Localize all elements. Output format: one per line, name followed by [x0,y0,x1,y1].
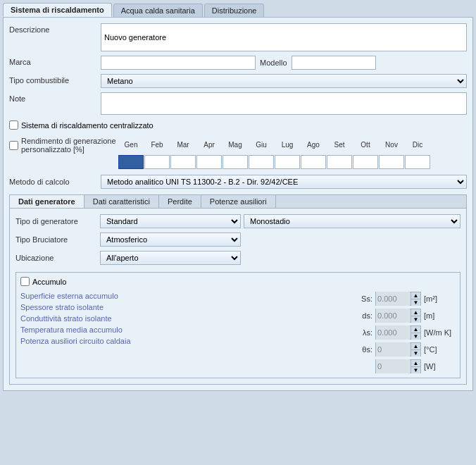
inner-tab-dati-generatore[interactable]: Dati generatore [10,195,84,208]
acc-spinner-buttons-ds: ▲ ▼ [411,309,420,322]
acc-key-lambdas: λs: [353,328,372,337]
tipo-combustibile-row: Tipo combustibile Metano [9,74,467,88]
acc-spin-up-ds[interactable]: ▲ [411,309,420,316]
inner-tab-bar: Dati generatore Dati caratteristici Perd… [10,195,466,209]
acc-row-lambdas: λs: ▲ ▼ [W/m K] [353,326,456,340]
note-textarea[interactable] [101,92,467,115]
month-header-feb: Feb [144,141,170,149]
tipo-generatore-select2[interactable]: Monostadio [244,214,461,228]
tipo-generatore-row: Tipo di generatore Standard Monostadio [15,214,461,228]
month-input-dic[interactable] [405,155,430,169]
acc-spinner-thetas: ▲ ▼ [375,342,421,356]
acc-spin-up-ss[interactable]: ▲ [411,292,420,299]
acc-input-lambdas[interactable] [376,326,410,340]
inner-tab-dati-caratteristici[interactable]: Dati caratteristici [84,195,159,208]
acc-spin-down-w[interactable]: ▼ [411,367,420,373]
acc-spin-down-ds[interactable]: ▼ [411,316,420,323]
month-header-mar: Mar [170,141,196,149]
acc-spin-down-thetas[interactable]: ▼ [411,350,420,356]
tipo-combustibile-label: Tipo combustibile [9,74,101,85]
acc-spinner-buttons-ss: ▲ ▼ [411,292,420,305]
acc-input-w[interactable] [376,359,410,373]
tab-acqua[interactable]: Acqua calda sanitaria [113,4,203,17]
month-header-gen: Gen [118,141,144,149]
acc-spinner-buttons-thetas: ▲ ▼ [411,343,420,356]
note-label: Note [9,92,101,103]
tipo-combustibile-control: Metano [101,74,467,88]
month-label-col: Rendimento di generazione personalizzato… [9,135,118,154]
acc-left-temperatura: Temperatura media accumulo [20,326,339,334]
month-header-mag: Mag [223,141,248,149]
tipo-bruciatore-control: Atmosferico [100,232,461,247]
acc-spinner-lambdas: ▲ ▼ [375,326,421,340]
marca-input[interactable] [101,56,256,70]
accumulo-rows: Superficie esterna accumulo Spessore str… [20,292,456,373]
accumulo-checkbox[interactable] [20,277,30,286]
acc-input-thetas[interactable] [376,342,410,356]
acc-row-w: ▲ ▼ [W] [353,359,456,373]
modello-label: Modello [260,58,287,67]
month-input-spacer [9,161,118,163]
metodo-select[interactable]: Metodo analitico UNI TS 11300-2 - B.2 - … [101,175,467,189]
tipo-generatore-select1[interactable]: Standard [100,214,241,228]
acc-unit-lambdas: [W/m K] [424,328,456,337]
main-container: Sistema di riscaldamento Acqua calda san… [0,0,476,391]
acc-spin-up-thetas[interactable]: ▲ [411,343,420,350]
months-header-grid: Gen Feb Mar Apr Mag Giu Lug Ago Set Ott … [118,141,430,149]
content-area: Descrizione Marca Modello Tipo combustib… [3,17,473,391]
tab-distribuzione[interactable]: Distribuzione [204,4,265,17]
accumulo-title: Accumulo [32,278,66,286]
month-header-ago: Ago [301,141,326,149]
marca-control: Modello [101,56,467,70]
month-input-ott[interactable] [353,155,378,169]
month-input-mar[interactable] [170,155,196,169]
tab-riscaldamento[interactable]: Sistema di riscaldamento [3,3,112,17]
acc-spin-up-lambdas[interactable]: ▲ [411,326,420,333]
month-input-lug[interactable] [275,155,300,169]
acc-spinner-buttons-lambdas: ▲ ▼ [411,326,420,339]
tipo-bruciatore-select[interactable]: Atmosferico [100,232,241,247]
sistema-centralizzato-checkbox[interactable] [9,120,18,130]
tipo-generatore-label: Tipo di generatore [15,217,100,225]
acc-row-ss: Ss: ▲ ▼ [m²] [353,292,456,306]
ubicazione-row: Ubicazione All'aperto [15,251,461,265]
month-input-apr[interactable] [196,155,222,169]
tab-bar: Sistema di riscaldamento Acqua calda san… [0,0,476,17]
ubicazione-select[interactable]: All'aperto [100,251,241,265]
acc-input-ds[interactable] [376,309,410,323]
rendimento-label: Rendimento di generazione personalizzato… [21,137,118,154]
acc-unit-ss: [m²] [424,294,456,303]
tipo-generatore-selects: Standard Monostadio [100,214,461,228]
acc-left-potenza: Potenza ausiliori circuito caldaia [20,337,339,345]
inner-panel: Dati generatore Dati caratteristici Perd… [9,194,467,385]
month-input-mag[interactable] [223,155,248,169]
acc-key-thetas: θs: [353,345,372,354]
acc-spinner-ss: ▲ ▼ [375,292,421,306]
note-control [101,92,467,116]
months-input-grid [118,155,430,169]
acc-spin-down-lambdas[interactable]: ▼ [411,333,420,340]
tipo-combustibile-select[interactable]: Metano [101,74,467,88]
acc-spin-down-ss[interactable]: ▼ [411,299,420,306]
inner-content: Tipo di generatore Standard Monostadio T… [10,209,466,384]
acc-key-ss: Ss: [353,294,372,303]
acc-unit-thetas: [°C] [424,345,456,354]
month-input-ago[interactable] [301,155,326,169]
accumulo-section: Accumulo Superficie esterna accumulo Spe… [15,272,461,378]
acc-spin-up-w[interactable]: ▲ [411,360,420,367]
month-header-ott: Ott [353,141,378,149]
descrizione-input[interactable] [101,23,467,51]
acc-input-ss[interactable] [376,292,410,306]
modello-input[interactable] [292,56,376,70]
month-section: Rendimento di generazione personalizzato… [9,135,467,169]
month-input-gen[interactable] [118,155,144,169]
inner-tab-potenze[interactable]: Potenze ausiliori [201,195,276,208]
sistema-centralizzato-label: Sistema di riscaldamento centralizzato [21,121,154,130]
month-input-set[interactable] [327,155,352,169]
month-input-feb[interactable] [144,155,170,169]
inner-tab-perdite[interactable]: Perdite [159,195,201,208]
accumulo-right: Ss: ▲ ▼ [m²] [353,292,456,373]
month-input-giu[interactable] [249,155,274,169]
rendimento-checkbox[interactable] [9,141,18,150]
month-input-nov[interactable] [379,155,404,169]
